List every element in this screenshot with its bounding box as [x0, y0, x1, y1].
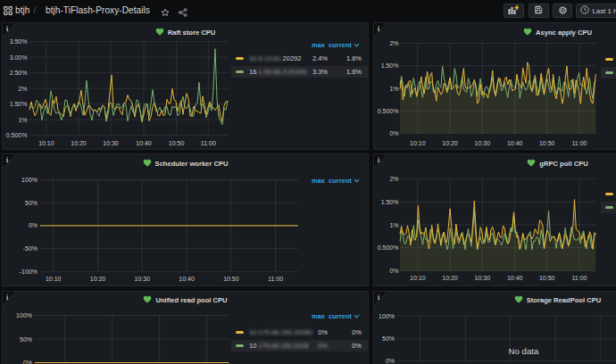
svg-text:50%: 50%: [382, 335, 395, 342]
svg-text:2.50%: 2.50%: [10, 70, 28, 76]
svg-text:10:20: 10:20: [71, 140, 87, 146]
svg-text:10:40: 10:40: [507, 140, 523, 146]
svg-text:10:20: 10:20: [90, 276, 106, 282]
svg-text:11:00: 11:00: [268, 276, 283, 282]
svg-text:100%: 100%: [16, 312, 32, 318]
svg-text:10:40: 10:40: [179, 276, 195, 282]
svg-text:10:10: 10:10: [46, 276, 62, 282]
svg-text:0.500%: 0.500%: [378, 244, 399, 251]
svg-text:10:20: 10:20: [442, 275, 458, 281]
svg-text:2%: 2%: [389, 176, 398, 182]
svg-text:100%: 100%: [21, 177, 37, 183]
svg-text:2%: 2%: [389, 40, 398, 46]
svg-text:10:40: 10:40: [507, 275, 523, 281]
svg-text:10:40: 10:40: [136, 140, 152, 146]
svg-text:0%: 0%: [386, 358, 395, 364]
svg-text:10:50: 10:50: [169, 140, 185, 146]
svg-text:1.50%: 1.50%: [10, 101, 28, 107]
svg-text:0%: 0%: [389, 268, 398, 274]
svg-text:10:30: 10:30: [475, 140, 491, 146]
svg-text:1.50%: 1.50%: [381, 199, 399, 205]
svg-text:10:50: 10:50: [539, 140, 555, 146]
svg-text:10:10: 10:10: [38, 140, 54, 146]
svg-text:11:00: 11:00: [201, 140, 216, 146]
svg-text:1%: 1%: [18, 117, 27, 123]
svg-text:10:30: 10:30: [475, 275, 491, 281]
svg-text:3.50%: 3.50%: [10, 38, 28, 45]
svg-text:50%: 50%: [20, 335, 32, 342]
svg-text:11:00: 11:00: [572, 275, 587, 281]
svg-text:10:30: 10:30: [103, 140, 119, 146]
svg-text:2%: 2%: [18, 86, 27, 92]
svg-text:0.500%: 0.500%: [6, 132, 28, 138]
svg-text:10:50: 10:50: [539, 275, 555, 281]
svg-text:1%: 1%: [389, 222, 398, 228]
svg-text:1.50%: 1.50%: [381, 62, 399, 69]
svg-text:50%: 50%: [25, 200, 37, 206]
svg-text:10:50: 10:50: [223, 276, 239, 282]
svg-text:10:20: 10:20: [442, 140, 458, 146]
svg-text:10:10: 10:10: [410, 140, 426, 146]
svg-text:0%: 0%: [29, 222, 37, 228]
svg-text:-50%: -50%: [23, 245, 37, 252]
svg-text:3.00%: 3.00%: [10, 54, 28, 61]
svg-text:1%: 1%: [389, 86, 398, 92]
svg-text:0%: 0%: [23, 360, 32, 364]
svg-text:-100%: -100%: [20, 269, 37, 275]
svg-text:100%: 100%: [379, 312, 395, 318]
svg-text:0%: 0%: [389, 130, 398, 136]
svg-text:10:10: 10:10: [410, 275, 426, 281]
svg-text:No data: No data: [508, 345, 539, 355]
svg-text:0.500%: 0.500%: [378, 108, 399, 114]
svg-text:11:00: 11:00: [572, 140, 587, 146]
svg-text:10:30: 10:30: [135, 276, 151, 282]
